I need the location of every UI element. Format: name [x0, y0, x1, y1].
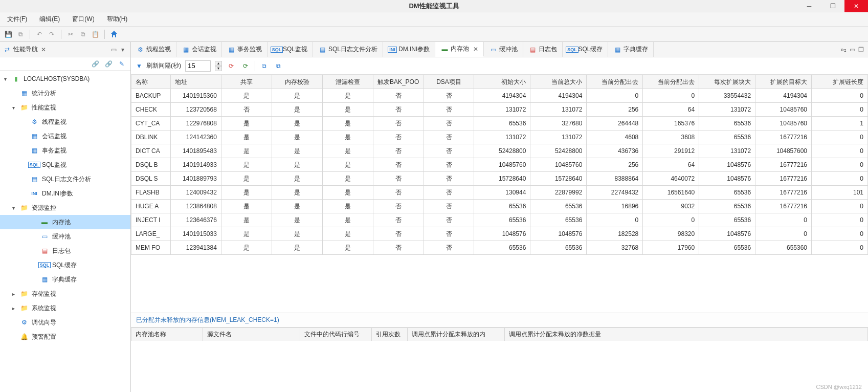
- table-row[interactable]: MEM FO123941384是是是否否65536655363276817960…: [131, 241, 868, 255]
- redo-icon[interactable]: ↷: [47, 29, 57, 39]
- column-header[interactable]: 当前分配出去: [643, 75, 699, 89]
- home-icon[interactable]: [109, 29, 119, 39]
- cell-name: BACKUP: [131, 89, 171, 103]
- sub-column-header[interactable]: 调用点累计分配未释放的内: [408, 328, 505, 341]
- tab-7[interactable]: ▭缓冲池: [484, 42, 523, 57]
- column-header[interactable]: DSA项目: [424, 75, 474, 89]
- spin-up[interactable]: ▲: [215, 61, 222, 66]
- pane-menu-icon[interactable]: ▾: [118, 45, 127, 54]
- tree-tuning[interactable]: ⚙调优向导: [0, 315, 130, 330]
- tree-buffer[interactable]: ▭缓冲池: [0, 229, 130, 244]
- refresh-icon[interactable]: ⟳: [240, 61, 251, 71]
- table-row[interactable]: FLASHB124009432是是是否否13094422879992227494…: [131, 186, 868, 200]
- column-header[interactable]: 泄漏检查: [322, 75, 373, 89]
- tree-dictcache[interactable]: ▦字典缓存: [0, 272, 130, 287]
- tree-res[interactable]: ▾📁资源监控: [0, 201, 130, 215]
- tab-2[interactable]: ▦事务监视: [222, 42, 268, 57]
- tree-store[interactable]: ▸📁存储监视: [0, 287, 130, 301]
- column-header[interactable]: 内存校验: [272, 75, 322, 89]
- sub-column-header[interactable]: 源文件名: [203, 328, 300, 341]
- table-row[interactable]: CHECK123720568否是是否否131072131072256641310…: [131, 103, 868, 117]
- table-row[interactable]: CYT_CA122976808是是是否否65536327680264448165…: [131, 117, 868, 130]
- tree-sqllog[interactable]: ▤SQL日志文件分析: [0, 172, 130, 186]
- column-header[interactable]: 触发BAK_POO: [373, 75, 424, 89]
- main-table-container[interactable]: 名称地址共享内存校验泄漏检查触发BAK_POODSA项目初始大小当前总大小当前分…: [131, 75, 868, 313]
- save-icon[interactable]: 💾: [3, 29, 13, 39]
- save-all-icon[interactable]: ⧉: [15, 29, 26, 39]
- tree-host[interactable]: ▾▮LOCALHOST(SYSDBA): [0, 72, 130, 86]
- table-row[interactable]: HUGE A123864808是是是否否65536655361689690326…: [131, 200, 868, 213]
- menu-file[interactable]: 文件(F): [4, 13, 30, 26]
- tree-perf[interactable]: ▾📁性能监视: [0, 100, 130, 115]
- copy-all-icon[interactable]: ⧉: [274, 61, 284, 71]
- maximize-button[interactable]: ❐: [821, 0, 844, 12]
- table-row[interactable]: DICT CA1401895483是是是否否524288005242880043…: [131, 144, 868, 158]
- tab-10[interactable]: ▦字典缓存: [608, 42, 654, 57]
- column-header[interactable]: 地址: [170, 75, 221, 89]
- funnel-icon[interactable]: ▼: [136, 62, 142, 70]
- tab-close-icon[interactable]: ✕: [473, 46, 478, 53]
- interval-input[interactable]: [185, 60, 211, 72]
- column-header[interactable]: 共享: [221, 75, 272, 89]
- tree-thread[interactable]: ⚙线程监视: [0, 115, 130, 129]
- tree-alert[interactable]: 🔔预警配置: [0, 330, 130, 344]
- menu-edit[interactable]: 编辑(E): [36, 13, 63, 26]
- sub-column-header[interactable]: 文件中的代码行编号: [300, 328, 372, 341]
- column-header[interactable]: 扩展链长度: [812, 75, 868, 89]
- column-header[interactable]: 初始大小: [474, 75, 530, 89]
- table-row[interactable]: BACKUP1401915360是是是否否4194304419430400335…: [131, 89, 868, 103]
- table-row[interactable]: DSQL B1401914933是是是否否1048576010485760256…: [131, 158, 868, 172]
- column-header[interactable]: 当前分配出去: [587, 75, 643, 89]
- tree-sqlcache[interactable]: SQLSQL缓存: [0, 258, 130, 272]
- table-row[interactable]: INJECT I123646376是是是否否655366553600655360…: [131, 213, 868, 227]
- minimize-button[interactable]: ─: [797, 0, 821, 12]
- menu-window[interactable]: 窗口(W): [69, 13, 97, 26]
- maximize-pane-icon[interactable]: ❐: [858, 46, 864, 53]
- table-row[interactable]: DBLINK124142360是是是否否13107213107246083608…: [131, 130, 868, 144]
- tab-6[interactable]: ▬内存池✕: [435, 42, 484, 57]
- copy-row-icon[interactable]: ⧉: [259, 61, 270, 71]
- link-icon[interactable]: 🔗: [91, 59, 100, 69]
- tree-sql[interactable]: SQLSQL监视: [0, 158, 130, 172]
- stop-icon[interactable]: ⟳: [226, 61, 236, 71]
- column-header[interactable]: 扩展的目标大: [755, 75, 812, 89]
- sidebar-close-icon[interactable]: ✕: [41, 46, 46, 53]
- column-header[interactable]: 当前总大小: [530, 75, 587, 89]
- cell-alloc2: 17960: [643, 241, 699, 255]
- tab-9[interactable]: SQLSQL缓存: [563, 42, 608, 57]
- cut-icon[interactable]: ✂: [65, 29, 76, 39]
- close-button[interactable]: ✕: [844, 0, 868, 12]
- edit-icon[interactable]: ✎: [117, 59, 126, 69]
- cell-init: 4194304: [474, 89, 530, 103]
- column-header[interactable]: 名称: [131, 75, 171, 89]
- minimize-pane-icon[interactable]: ▭: [850, 46, 855, 53]
- tree-sys[interactable]: ▸📁系统监视: [0, 301, 130, 315]
- copy-icon[interactable]: ⧉: [78, 29, 88, 39]
- tab-4[interactable]: ▤SQL日志文件分析: [313, 42, 383, 57]
- spin-down[interactable]: ▼: [215, 66, 222, 71]
- tab-1[interactable]: ▦会话监视: [176, 42, 222, 57]
- unlink-icon[interactable]: 🔗: [104, 59, 113, 69]
- undo-icon[interactable]: ↶: [34, 29, 44, 39]
- tree-mempool[interactable]: ▬内存池: [0, 215, 130, 229]
- tree-stat[interactable]: ▦统计分析: [0, 86, 130, 100]
- cell-alloc2: 3608: [643, 130, 699, 144]
- sub-column-header[interactable]: 调用点累计分配未释放的净数据量: [505, 328, 868, 341]
- tab-5[interactable]: INIDM.INI参数: [383, 42, 435, 57]
- table-row[interactable]: DSQL S1401889793是是是否否1572864015728640838…: [131, 172, 868, 186]
- tree-session[interactable]: ▦会话监视: [0, 129, 130, 143]
- tab-0[interactable]: ⚙线程监视: [131, 42, 176, 57]
- sub-column-header[interactable]: 内存池名称: [131, 328, 203, 341]
- tab-8[interactable]: ▤日志包: [523, 42, 563, 57]
- menu-help[interactable]: 帮助(H): [104, 13, 131, 26]
- tree-ini[interactable]: INIDM.INI参数: [0, 186, 130, 201]
- tree-transaction[interactable]: ▦事务监视: [0, 143, 130, 158]
- minimize-pane-icon[interactable]: ▭: [109, 45, 118, 54]
- sub-column-header[interactable]: 引用次数: [372, 328, 408, 341]
- paste-icon[interactable]: 📋: [90, 29, 100, 39]
- tab-3[interactable]: SQLSQL监视: [268, 42, 313, 57]
- table-row[interactable]: LARGE_1401915033是是是否否1048576104857618252…: [131, 227, 868, 241]
- tree-log[interactable]: ▤日志包: [0, 244, 130, 258]
- tabs-overflow-icon[interactable]: »₂: [840, 46, 847, 53]
- column-header[interactable]: 每次扩展块大: [699, 75, 755, 89]
